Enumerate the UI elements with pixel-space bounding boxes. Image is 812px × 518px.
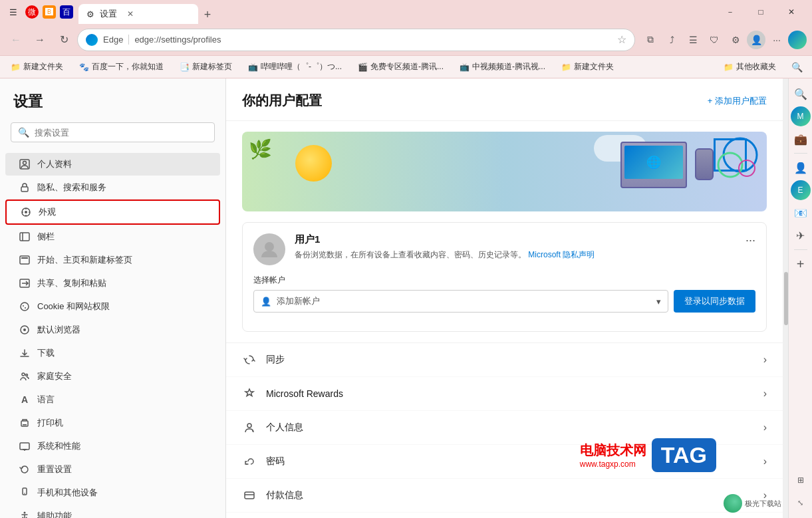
maximize-button[interactable]: □ [745, 0, 776, 24]
feed-icon[interactable]: 🅱 [43, 5, 56, 19]
privacy-link[interactable]: Microsoft 隐私声明 [528, 250, 595, 259]
settings-row-password[interactable]: 密码 电脑技术网 www.tagxp.com TAG › [226, 445, 783, 479]
search-input[interactable] [35, 128, 207, 138]
sync-button[interactable]: 登录以同步数据 [674, 290, 755, 313]
account-dropdown[interactable]: 👤 添加新帐户 ▾ [253, 290, 668, 313]
settings-row-rewards[interactable]: Microsoft Rewards › [226, 377, 783, 411]
window-controls: － □ ✕ [715, 0, 807, 24]
settings-row-payment[interactable]: 付款信息 › [226, 479, 783, 513]
rewards-chevron-icon: › [763, 388, 767, 400]
banner-laptop: 🌐 [620, 142, 687, 188]
sidebar-item-label: 开始、主页和新建标签页 [37, 254, 132, 266]
right-sidebar: 🔍 M 💼 👤 E 📧 ✈ + ⊞ ⤡ [788, 78, 812, 518]
search-box[interactable]: 🔍 [11, 122, 215, 142]
search-icon: 🔍 [18, 127, 29, 138]
new-tab-button[interactable]: + [198, 5, 217, 24]
rs-briefcase-button[interactable]: 💼 [791, 129, 811, 149]
refresh-button[interactable]: ↻ [53, 29, 74, 51]
personal-chevron-icon: › [763, 422, 767, 434]
rs-search-button[interactable]: 🔍 [791, 84, 811, 104]
settings-row-sync[interactable]: 同步 › [226, 343, 783, 377]
rs-copilot-button[interactable]: M [791, 106, 811, 126]
rs-divider1 [794, 153, 807, 154]
close-button[interactable]: ✕ [776, 0, 807, 24]
add-profile-button[interactable]: + 添加用户配置 [708, 95, 767, 107]
profile-button[interactable]: 👤 [747, 31, 765, 49]
more-options-icon[interactable]: ··· [745, 233, 755, 247]
more-menu-button[interactable]: ··· [767, 30, 787, 50]
forward-button[interactable]: → [29, 29, 51, 51]
bookmark-newtab[interactable]: 📑 新建标签页 [174, 59, 237, 74]
sidebar-item-default[interactable]: 默认浏览器 [5, 319, 220, 341]
page-title: 你的用户配置 [242, 92, 322, 110]
bookmark-bilibili[interactable]: 📺 哔哩哔哩（゜-゜）つ... [243, 59, 347, 74]
main-layout: 设置 🔍 个人资料 隐私、搜索和服务 [0, 78, 812, 518]
browser-essentials-button[interactable]: 🛡 [704, 30, 724, 50]
bookmark-tencent2[interactable]: 📺 中视频频道-腾讯视... [454, 59, 551, 74]
other-bookmarks[interactable]: 📁 其他收藏夹 [718, 59, 781, 74]
weibo-icon[interactable]: 微 [25, 5, 39, 19]
sidebar-item-share[interactable]: 共享、复制和粘贴 [5, 272, 220, 295]
family-nav-icon [19, 370, 31, 382]
settings-row-import[interactable]: 导入浏览器数据 › [226, 513, 783, 518]
sidebar-toggle-btn[interactable]: ☰ [5, 4, 21, 20]
sidebar-item-mobile[interactable]: 手机和其他设备 [5, 481, 220, 504]
rs-edge-button[interactable]: E [791, 180, 811, 200]
back-button[interactable]: ← [5, 29, 27, 51]
rs-add-button[interactable]: + [791, 254, 811, 274]
sidebar-item-system[interactable]: 系统和性能 [5, 435, 220, 457]
sidebar-item-language[interactable]: A 语言 [5, 388, 220, 411]
sidebar-item-profile[interactable]: 个人资料 [5, 153, 220, 176]
rs-fullscreen-button[interactable]: ⤡ [791, 493, 811, 513]
address-bar[interactable]: Edge edge://settings/profiles ☆ [77, 29, 635, 51]
accessibility-nav-icon [19, 510, 31, 518]
edge-sidebar-button[interactable] [788, 31, 807, 49]
sidebar-item-cookies[interactable]: Cookie 和网站权限 [5, 295, 220, 318]
address-text: edge://settings/profiles [134, 35, 612, 45]
sidebar-item-privacy[interactable]: 隐私、搜索和服务 [5, 176, 220, 199]
svg-point-25 [724, 138, 757, 172]
collections-button[interactable]: ⧉ [640, 30, 660, 50]
bookmark-label: 免费专区频道-腾讯... [370, 61, 444, 72]
svg-rect-2 [21, 187, 28, 192]
bookmark-new-folder2[interactable]: 📁 新建文件夹 [556, 59, 619, 74]
more-tools-button[interactable]: ⚙ [726, 30, 745, 50]
account-row: 👤 添加新帐户 ▾ 登录以同步数据 [253, 290, 755, 313]
user-name: 用户1 [295, 233, 736, 246]
user-info: 用户1 备份浏览数据，在所有设备上查看收藏内容、密码、历史记录等。 Micros… [295, 233, 736, 261]
favorites-icon[interactable]: ☆ [617, 33, 626, 46]
mobile-nav-icon [19, 487, 31, 499]
rs-user-button[interactable]: 👤 [791, 158, 811, 178]
bookmark-baidu[interactable]: 🐾 百度一下，你就知道 [74, 59, 169, 74]
watermark-overlay: 电脑技术网 www.tagxp.com TAG [580, 438, 716, 472]
sidebar-item-downloads[interactable]: 下载 [5, 342, 220, 364]
minimize-button[interactable]: － [715, 0, 745, 24]
profile-user-row: 用户1 备份浏览数据，在所有设备上查看收藏内容、密码、历史记录等。 Micros… [253, 233, 755, 265]
sidebar-item-appearance[interactable]: 外观 [5, 199, 220, 225]
sidebar-item-sidebar[interactable]: 侧栏 [5, 225, 220, 248]
sidebar-item-accessibility[interactable]: 辅助功能 [5, 505, 220, 518]
baidu-icon: 🐾 [79, 63, 89, 72]
sidebar-item-startup[interactable]: 开始、主页和新建标签页 [5, 249, 220, 271]
titlebar: ☰ 微 🅱 百 ⚙ 设置 ✕ + － □ ✕ [0, 0, 812, 24]
active-tab[interactable]: ⚙ 设置 ✕ [78, 4, 198, 24]
rs-customize-button[interactable]: ⊞ [791, 470, 811, 490]
bookmark-new-folder[interactable]: 📁 新建文件夹 [5, 59, 68, 74]
bookmark-tencent1[interactable]: 🎬 免费专区频道-腾讯... [352, 59, 449, 74]
rs-outlook-button[interactable]: 📧 [791, 203, 811, 223]
svg-point-16 [26, 374, 28, 376]
sidebar-item-family[interactable]: 家庭安全 [5, 365, 220, 388]
appearance-nav-icon [20, 206, 32, 218]
svg-point-28 [265, 242, 274, 251]
app-icon[interactable]: 百 [60, 5, 73, 19]
edge-logo-icon [86, 34, 98, 46]
share-button[interactable]: ⤴ [662, 30, 682, 50]
rs-share-button[interactable]: ✈ [791, 225, 811, 245]
sidebar-item-print[interactable]: 打印机 [5, 412, 220, 434]
bookmark-search-button[interactable]: 🔍 [787, 57, 807, 77]
svg-rect-17 [21, 421, 28, 426]
read-aloud-button[interactable]: ☰ [683, 30, 703, 50]
sidebar-item-reset[interactable]: 重置设置 [5, 458, 220, 481]
vertical-scrollbar[interactable] [783, 78, 788, 518]
tab-close-btn[interactable]: ✕ [125, 9, 136, 19]
